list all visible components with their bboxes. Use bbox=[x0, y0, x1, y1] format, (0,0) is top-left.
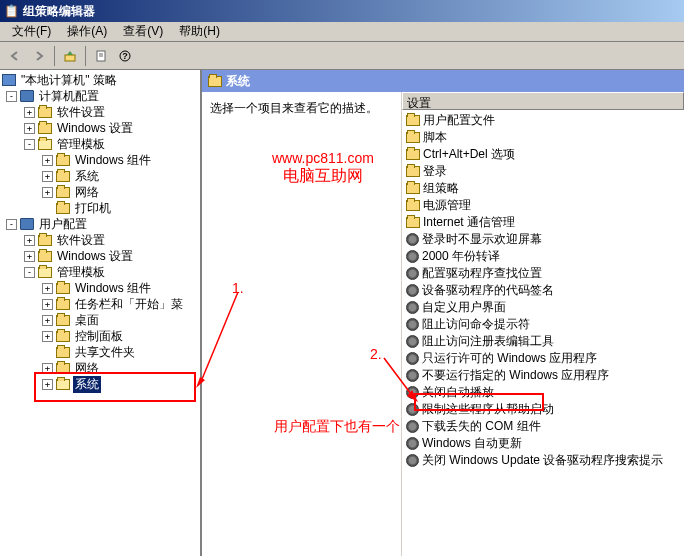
setting-icon bbox=[406, 454, 419, 467]
toolbar-sep bbox=[54, 46, 55, 66]
expand-icon[interactable]: + bbox=[42, 155, 53, 166]
tree-computer-config[interactable]: - 计算机配置 bbox=[6, 88, 198, 104]
tree-item[interactable]: +软件设置 bbox=[24, 104, 198, 120]
tree-root[interactable]: "本地计算机" 策略 bbox=[2, 72, 198, 88]
setting-icon bbox=[406, 267, 419, 280]
list-item[interactable]: 电源管理 bbox=[404, 197, 682, 214]
menu-view[interactable]: 查看(V) bbox=[115, 21, 171, 42]
tree-user-config[interactable]: - 用户配置 bbox=[6, 216, 198, 232]
collapse-icon[interactable]: - bbox=[24, 267, 35, 278]
list-item[interactable]: 配置驱动程序查找位置 bbox=[404, 265, 682, 282]
tree-item[interactable]: +软件设置 bbox=[24, 232, 198, 248]
expand-icon[interactable]: + bbox=[24, 251, 35, 262]
folder-icon bbox=[406, 183, 420, 194]
tree-system-selected[interactable]: +系统 bbox=[42, 376, 198, 392]
list-item[interactable]: 自定义用户界面 bbox=[404, 299, 682, 316]
collapse-icon[interactable]: - bbox=[24, 139, 35, 150]
list-item[interactable]: 阻止访问注册表编辑工具 bbox=[404, 333, 682, 350]
list-item[interactable]: 关闭 Windows Update 设备驱动程序搜索提示 bbox=[404, 452, 682, 469]
list-item-label: 限制这些程序从帮助启动 bbox=[422, 401, 554, 418]
list-item-label: 关闭自动播放 bbox=[422, 384, 494, 401]
list-item-label: 设备驱动程序的代码签名 bbox=[422, 282, 554, 299]
list-item[interactable]: Internet 通信管理 bbox=[404, 214, 682, 231]
expand-icon[interactable]: + bbox=[24, 235, 35, 246]
expand-icon[interactable]: + bbox=[42, 171, 53, 182]
list-item[interactable]: 不要运行指定的 Windows 应用程序 bbox=[404, 367, 682, 384]
toolbar-sep bbox=[85, 46, 86, 66]
list-item[interactable]: 脚本 bbox=[404, 129, 682, 146]
list-item[interactable]: Windows 自动更新 bbox=[404, 435, 682, 452]
collapse-icon[interactable]: - bbox=[6, 219, 17, 230]
folder-icon bbox=[56, 299, 70, 310]
list-item[interactable]: Ctrl+Alt+Del 选项 bbox=[404, 146, 682, 163]
menu-action[interactable]: 操作(A) bbox=[59, 21, 115, 42]
folder-icon bbox=[38, 235, 52, 246]
tree-item[interactable]: -管理模板 bbox=[24, 136, 198, 152]
folder-icon bbox=[56, 283, 70, 294]
folder-icon bbox=[38, 123, 52, 134]
list-item[interactable]: 限制这些程序从帮助启动 bbox=[404, 401, 682, 418]
collapse-icon[interactable]: - bbox=[6, 91, 17, 102]
list-item[interactable]: 登录时不显示欢迎屏幕 bbox=[404, 231, 682, 248]
setting-icon bbox=[406, 352, 419, 365]
tree-item[interactable]: -管理模板 bbox=[24, 264, 198, 280]
expand-icon[interactable]: + bbox=[42, 331, 53, 342]
list-item[interactable]: 阻止访问命令提示符 bbox=[404, 316, 682, 333]
tree-item[interactable]: +网络 bbox=[42, 360, 198, 376]
list-item-label: 用户配置文件 bbox=[423, 112, 495, 129]
forward-button[interactable] bbox=[28, 45, 50, 67]
list-item-label: 阻止访问命令提示符 bbox=[422, 316, 530, 333]
list-item[interactable]: 2000 年份转译 bbox=[404, 248, 682, 265]
tree-item[interactable]: +控制面板 bbox=[42, 328, 198, 344]
tree-item[interactable]: 打印机 bbox=[42, 200, 198, 216]
setting-icon bbox=[406, 420, 419, 433]
list-item[interactable]: 只运行许可的 Windows 应用程序 bbox=[404, 350, 682, 367]
list-item-label: Ctrl+Alt+Del 选项 bbox=[423, 146, 515, 163]
list-item[interactable]: 设备驱动程序的代码签名 bbox=[404, 282, 682, 299]
tree-item[interactable]: +Windows 组件 bbox=[42, 280, 198, 296]
list-item[interactable]: 下载丢失的 COM 组件 bbox=[404, 418, 682, 435]
back-button[interactable] bbox=[4, 45, 26, 67]
folder-icon bbox=[56, 315, 70, 326]
expand-icon[interactable]: + bbox=[42, 283, 53, 294]
list-item[interactable]: 用户配置文件 bbox=[404, 112, 682, 129]
folder-icon bbox=[406, 132, 420, 143]
expand-icon[interactable]: + bbox=[42, 363, 53, 374]
folder-icon bbox=[56, 347, 70, 358]
menu-help[interactable]: 帮助(H) bbox=[171, 21, 228, 42]
tree-item[interactable]: 共享文件夹 bbox=[42, 344, 198, 360]
expand-icon[interactable]: + bbox=[42, 315, 53, 326]
tree-item[interactable]: +网络 bbox=[42, 184, 198, 200]
tree-label: 计算机配置 bbox=[37, 88, 101, 105]
content-header: 系统 bbox=[202, 70, 684, 92]
list-item[interactable]: 登录 bbox=[404, 163, 682, 180]
tree-item[interactable]: +桌面 bbox=[42, 312, 198, 328]
setting-icon bbox=[406, 301, 419, 314]
expand-icon[interactable]: + bbox=[42, 187, 53, 198]
help-button[interactable]: ? bbox=[114, 45, 136, 67]
column-header[interactable]: 设置 bbox=[402, 92, 684, 110]
svg-text:?: ? bbox=[122, 51, 128, 61]
setting-icon bbox=[406, 386, 419, 399]
up-button[interactable] bbox=[59, 45, 81, 67]
prop-button[interactable] bbox=[90, 45, 112, 67]
settings-list: 设置 用户配置文件脚本Ctrl+Alt+Del 选项登录组策略电源管理Inter… bbox=[402, 92, 684, 556]
list-item-label: Internet 通信管理 bbox=[423, 214, 515, 231]
list-item[interactable]: 关闭自动播放 bbox=[404, 384, 682, 401]
tree-item[interactable]: +任务栏和「开始」菜 bbox=[42, 296, 198, 312]
toolbar: ? bbox=[0, 42, 684, 70]
list-item-label: 下载丢失的 COM 组件 bbox=[422, 418, 541, 435]
tree-item[interactable]: +Windows 组件 bbox=[42, 152, 198, 168]
tree-item[interactable]: +Windows 设置 bbox=[24, 120, 198, 136]
tree-item[interactable]: +Windows 设置 bbox=[24, 248, 198, 264]
computer-icon bbox=[20, 90, 34, 102]
expand-icon[interactable]: + bbox=[24, 107, 35, 118]
expand-icon[interactable]: + bbox=[42, 299, 53, 310]
tree-item[interactable]: +系统 bbox=[42, 168, 198, 184]
svg-rect-0 bbox=[65, 55, 75, 61]
list-item-label: 登录时不显示欢迎屏幕 bbox=[422, 231, 542, 248]
expand-icon[interactable]: + bbox=[42, 379, 53, 390]
expand-icon[interactable]: + bbox=[24, 123, 35, 134]
list-item[interactable]: 组策略 bbox=[404, 180, 682, 197]
menu-file[interactable]: 文件(F) bbox=[4, 21, 59, 42]
